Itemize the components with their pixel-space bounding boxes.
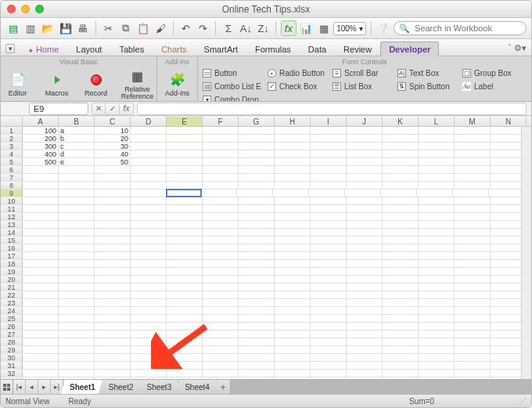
zoom-control[interactable]: 100%▾ [333, 22, 366, 35]
cell[interactable] [347, 150, 383, 157]
cell[interactable] [23, 362, 59, 369]
cell[interactable] [59, 283, 95, 291]
name-box[interactable]: E9 [29, 103, 88, 115]
row-header[interactable]: 23 [1, 299, 23, 306]
cell[interactable] [167, 362, 203, 369]
cell[interactable] [347, 323, 383, 330]
cell[interactable] [167, 135, 203, 142]
cell[interactable] [95, 299, 131, 306]
cell[interactable] [203, 354, 239, 361]
cell[interactable] [239, 330, 275, 338]
cell[interactable] [59, 190, 95, 197]
cell[interactable] [167, 221, 203, 228]
col-header-I[interactable]: I [311, 117, 347, 126]
row-header[interactable]: 2 [1, 135, 23, 142]
undo-icon[interactable]: ↶ [178, 20, 193, 36]
cell[interactable] [311, 346, 347, 353]
cell[interactable] [131, 221, 167, 228]
cell[interactable] [59, 260, 95, 267]
cell[interactable] [275, 213, 311, 220]
cell[interactable] [275, 197, 311, 204]
cell[interactable] [203, 166, 239, 173]
cell[interactable] [203, 315, 239, 322]
chart-icon[interactable]: 📊 [299, 20, 314, 36]
cell[interactable] [131, 299, 167, 306]
cell[interactable] [203, 276, 239, 283]
cell[interactable] [23, 338, 59, 345]
tab-review[interactable]: Review [335, 42, 380, 56]
cell[interactable] [23, 166, 59, 173]
cell[interactable] [59, 370, 95, 377]
workbook-search[interactable]: 🔍 [394, 21, 527, 35]
cell[interactable] [455, 174, 491, 181]
cell[interactable] [347, 260, 383, 267]
cell[interactable] [239, 166, 275, 173]
cell[interactable] [275, 236, 311, 244]
cell[interactable] [383, 197, 419, 204]
cell[interactable] [311, 323, 347, 330]
cell[interactable] [95, 323, 131, 330]
cell[interactable] [311, 182, 347, 189]
fc-radio[interactable]: •Radio Button [268, 67, 332, 79]
cell[interactable] [203, 158, 239, 165]
cell[interactable] [347, 244, 383, 251]
cell[interactable] [95, 330, 131, 338]
cell[interactable] [419, 229, 455, 236]
cell[interactable] [419, 221, 455, 228]
cell[interactable] [383, 252, 419, 259]
cell[interactable] [383, 323, 419, 330]
cell[interactable] [239, 158, 275, 165]
cell[interactable] [237, 190, 273, 197]
cell[interactable] [383, 166, 419, 173]
cell[interactable] [275, 323, 311, 330]
cell[interactable] [383, 213, 419, 220]
cell[interactable] [455, 283, 491, 291]
row-header[interactable]: 22 [1, 291, 23, 298]
cell[interactable] [59, 291, 95, 298]
close-window-button[interactable] [7, 5, 16, 13]
cell[interactable] [455, 307, 491, 314]
cell[interactable] [455, 244, 491, 251]
ribbon-gear-icon[interactable]: ⚙▾ [514, 43, 527, 53]
cell[interactable] [23, 174, 59, 181]
cell[interactable] [419, 362, 455, 369]
cell[interactable] [347, 166, 383, 173]
cell[interactable] [347, 354, 383, 361]
row-header[interactable]: 10 [1, 197, 23, 204]
sheet-tab[interactable]: Sheet3 [138, 380, 179, 394]
cell[interactable] [347, 299, 383, 306]
cell[interactable] [239, 244, 275, 251]
cell[interactable] [131, 315, 167, 322]
add-sheet-button[interactable]: ＋ [217, 380, 231, 394]
cell[interactable] [23, 221, 59, 228]
cell[interactable] [311, 166, 347, 173]
new-file-icon[interactable]: ▥ [23, 20, 38, 36]
cell[interactable] [167, 143, 203, 150]
cell[interactable] [167, 268, 203, 275]
cell[interactable] [239, 143, 275, 150]
cell[interactable] [347, 370, 383, 377]
cell[interactable] [347, 197, 383, 204]
paste-icon[interactable]: 📋 [135, 20, 150, 36]
cell[interactable] [131, 260, 167, 267]
cell[interactable] [275, 299, 311, 306]
cell[interactable] [239, 362, 275, 369]
col-header-M[interactable]: M [455, 117, 491, 126]
cell[interactable] [347, 127, 383, 134]
cell[interactable] [383, 268, 419, 275]
cell[interactable] [455, 330, 491, 338]
col-header-D[interactable]: D [131, 117, 167, 126]
cell[interactable] [347, 283, 383, 291]
cell[interactable] [419, 276, 455, 283]
fc-textbox[interactable]: A|Text Box [397, 67, 462, 79]
row-header[interactable]: 18 [1, 260, 23, 267]
cut-icon[interactable]: ✂ [101, 20, 116, 36]
col-header-N[interactable]: N [491, 117, 527, 126]
cell[interactable] [275, 291, 311, 298]
row-header[interactable]: 29 [1, 346, 23, 353]
cell[interactable] [23, 323, 59, 330]
print-icon[interactable]: 🖶 [75, 20, 90, 36]
cell[interactable] [239, 174, 275, 181]
vb-macros-button[interactable]: Macros [38, 66, 76, 102]
cell[interactable] [239, 127, 275, 134]
